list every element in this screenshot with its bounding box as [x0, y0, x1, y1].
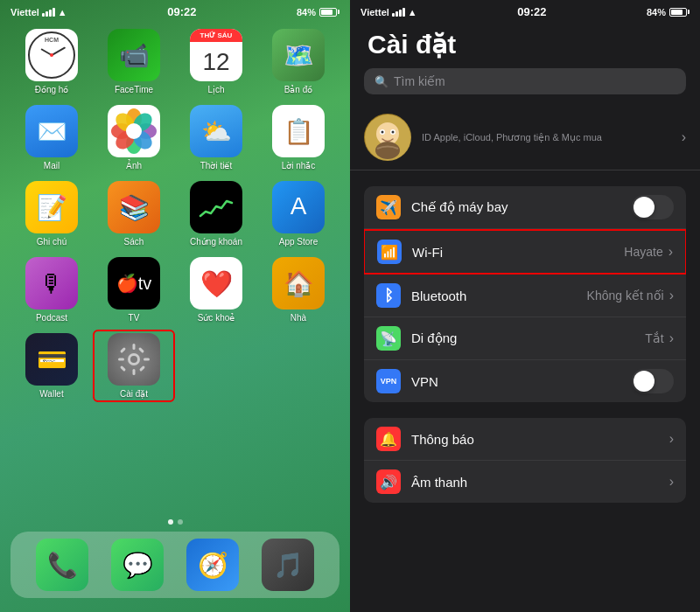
app-calendar[interactable]: THỨ SÁU 12 Lịch [178, 29, 254, 94]
settings-row-airplane[interactable]: ✈️ Chế độ máy bay [364, 186, 686, 229]
dock-phone[interactable]: 📞 [36, 539, 88, 591]
settings-page-title: Cài đặt [350, 22, 700, 68]
mail-emoji: ✉️ [37, 117, 67, 146]
notes-label: Ghi chú [37, 237, 66, 247]
mail-label: Mail [44, 161, 60, 170]
airplane-toggle[interactable] [632, 195, 674, 219]
app-photos[interactable]: Ảnh [96, 105, 172, 170]
weather-emoji: ⛅ [201, 117, 232, 146]
app-podcast[interactable]: 🎙 Podcast [14, 257, 89, 323]
right-status-bar: Viettel ▲ 09:22 84% [350, 0, 700, 22]
right-signal-bars [392, 8, 405, 17]
settings-row-wifi[interactable]: 📶 Wi-Fi Hayate › [364, 229, 686, 275]
photos-icon-img [108, 105, 160, 157]
dock-safari-icon: 🧭 [186, 539, 239, 591]
app-mail[interactable]: ✉️ Mail [14, 105, 89, 170]
dock-music[interactable]: 🎵 [262, 539, 314, 591]
airplane-label: Chế độ máy bay [411, 199, 632, 215]
wallet-icon-img: 💳 [25, 333, 78, 386]
airplane-toggle-knob [634, 197, 654, 218]
settings-row-bluetooth[interactable]: ᛒ Bluetooth Không kết nối › [364, 275, 686, 317]
weather-icon-img: ⛅ [190, 105, 242, 157]
notes-icon-img: 📝 [25, 181, 78, 233]
airplane-emoji: ✈️ [380, 199, 397, 216]
sound-label: Âm thanh [411, 475, 669, 490]
dock-safari[interactable]: 🧭 [186, 539, 239, 591]
clock-face: HCM [28, 31, 75, 79]
app-settings[interactable]: Cài đặt [96, 333, 172, 399]
app-maps[interactable]: 🗺️ Bản đồ [261, 29, 336, 94]
settings-row-sound[interactable]: 🔊 Âm thanh › [364, 461, 686, 503]
svg-point-25 [392, 131, 395, 134]
settings-icon-img [108, 333, 160, 386]
books-icon-img: 📚 [108, 181, 160, 233]
music-emoji: 🎵 [273, 551, 304, 580]
signal-bars [42, 8, 55, 17]
left-status-right: 84% [297, 7, 340, 17]
cellular-emoji: 📡 [380, 330, 397, 347]
avatar-svg [364, 114, 411, 161]
right-battery-tip [688, 10, 690, 14]
app-home[interactable]: 🏠 Nhà [261, 257, 336, 323]
right-phone: Viettel ▲ 09:22 84% Cài đặt 🔍 Tìm kiếm [350, 0, 700, 612]
svg-text:A: A [290, 192, 307, 219]
app-stocks[interactable]: Chứng khoán [178, 181, 254, 247]
app-appstore[interactable]: A App Store [261, 181, 336, 247]
safari-emoji: 🧭 [198, 551, 228, 580]
app-books[interactable]: 📚 Sách [96, 181, 172, 247]
stocks-chart [199, 194, 234, 220]
airplane-icon: ✈️ [376, 195, 401, 219]
settings-gear-svg [117, 343, 150, 376]
cellular-label: Di động [411, 330, 645, 346]
wifi-chevron: › [668, 244, 673, 260]
stocks-label: Chứng khoán [190, 237, 242, 247]
app-row-1: HCM Đồng hồ 📹 FaceTime THỨ SÁU [14, 29, 336, 94]
settings-row-notifications[interactable]: 🔔 Thông báo › [364, 418, 686, 461]
bluetooth-chevron: › [669, 288, 674, 303]
wifi-value: Hayate [624, 245, 662, 259]
appletv-label: TV [129, 313, 140, 323]
dock-messages[interactable]: 💬 [111, 539, 164, 591]
left-time: 09:22 [167, 5, 196, 18]
settings-label: Cài đặt [120, 389, 148, 399]
app-clock[interactable]: HCM Đồng hồ [14, 29, 89, 94]
svg-point-24 [382, 131, 384, 134]
cellular-icon: 📡 [376, 326, 401, 351]
left-status-left: Viettel ▲ [10, 7, 67, 17]
app-weather[interactable]: ⛅ Thời tiết [178, 105, 254, 170]
settings-row-vpn[interactable]: VPN VPN [364, 360, 686, 402]
settings-row-cellular[interactable]: 📡 Di động Tắt › [364, 317, 686, 360]
app-reminders[interactable]: 📋 Lời nhắc [261, 105, 336, 170]
battery-tip [338, 10, 340, 14]
vpn-icon: VPN [376, 369, 401, 393]
bluetooth-icon: ᛒ [376, 283, 401, 308]
app-facetime[interactable]: 📹 FaceTime [96, 29, 172, 94]
search-icon: 🔍 [374, 75, 388, 88]
profile-info: ID Apple, iCloud, Phương tiện & Mục mua [422, 132, 671, 143]
vpn-toggle[interactable] [632, 369, 674, 393]
svg-rect-14 [118, 358, 124, 361]
profile-row[interactable]: ID Apple, iCloud, Phương tiện & Mục mua … [350, 105, 700, 170]
bluetooth-symbol: ᛒ [384, 287, 394, 305]
battery-fill [321, 10, 332, 15]
search-bar[interactable]: 🔍 Tìm kiếm [364, 68, 686, 94]
notifications-icon: 🔔 [376, 427, 401, 451]
home-emoji: 🏠 [284, 269, 314, 298]
bluetooth-value: Không kết nối [587, 289, 664, 303]
bluetooth-label: Bluetooth [411, 289, 587, 303]
dock-phone-icon: 📞 [36, 539, 88, 591]
app-row-2: ✉️ Mail [14, 105, 336, 170]
app-health[interactable]: ❤️ Sức khoẻ [178, 257, 254, 323]
app-notes[interactable]: 📝 Ghi chú [14, 181, 89, 247]
settings-group-1: ✈️ Chế độ máy bay 📶 Wi-Fi Hayate › ᛒ Blu… [364, 186, 686, 402]
maps-emoji: 🗺️ [284, 41, 314, 70]
right-battery-icon [669, 8, 690, 17]
tv-logo: 🍎tv [116, 273, 152, 294]
vpn-label: VPN [411, 374, 632, 389]
profile-sub: ID Apple, iCloud, Phương tiện & Mục mua [422, 132, 671, 143]
left-status-bar: Viettel ▲ 09:22 84% [0, 0, 350, 22]
app-wallet[interactable]: 💳 Wallet [14, 333, 89, 399]
vpn-toggle-knob [634, 371, 654, 392]
wifi-status-icon: ▲ [58, 7, 67, 17]
app-appletv[interactable]: 🍎tv TV [96, 257, 172, 323]
